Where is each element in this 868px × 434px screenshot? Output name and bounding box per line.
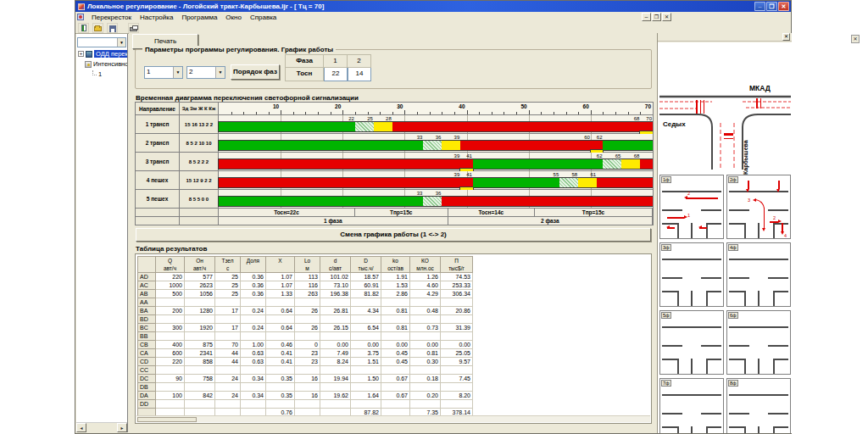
segment-red xyxy=(640,159,653,169)
cell: 0.73 xyxy=(410,324,441,332)
road-line xyxy=(729,426,744,428)
tree-item-odd[interactable]: ОДД перекрес xyxy=(78,49,128,58)
scroll-left-icon[interactable] xyxy=(76,423,86,432)
mdi-minimize-icon[interactable] xyxy=(642,13,651,21)
pane-close-icon[interactable] xyxy=(782,33,790,41)
road-line xyxy=(744,426,746,433)
row-label[interactable]: BC xyxy=(137,324,156,332)
cell: 20.86 xyxy=(441,307,473,315)
arrowhead-icon xyxy=(776,189,780,194)
program-combo-1[interactable]: 1 xyxy=(144,66,183,79)
print-tool-button[interactable] xyxy=(128,23,139,33)
new-button[interactable] xyxy=(78,23,89,33)
cell xyxy=(156,315,185,324)
menu-spravka[interactable]: Справка xyxy=(246,14,281,21)
cell: 26 xyxy=(295,307,320,315)
time-marker: 33 xyxy=(417,190,424,197)
menu-okno[interactable]: Окно xyxy=(221,14,246,21)
row-label[interactable]: DA xyxy=(137,392,156,400)
column-header: X xyxy=(266,256,295,273)
column-header: koост/ав xyxy=(381,256,410,273)
row-label[interactable]: DB xyxy=(137,383,156,392)
open-button[interactable] xyxy=(92,23,103,33)
cell: 0.24 xyxy=(241,307,266,315)
row-label[interactable]: CC xyxy=(137,366,156,375)
phase-order-button[interactable]: Порядок фаз xyxy=(231,64,280,80)
row-label[interactable]: DD xyxy=(137,400,156,409)
segment-red xyxy=(442,197,653,206)
menu-nastroyka[interactable]: Настройка xyxy=(136,14,177,21)
chevron-down-icon[interactable] xyxy=(173,67,182,78)
save-icon xyxy=(109,25,116,32)
table-hscrollbar[interactable] xyxy=(136,415,650,422)
row-label[interactable]: CA xyxy=(137,349,156,358)
row-label[interactable]: AD xyxy=(137,273,156,281)
mdi-restore-icon[interactable] xyxy=(652,13,661,21)
cell: 17 xyxy=(215,307,241,315)
scrollbar-thumb[interactable] xyxy=(137,417,197,422)
table-row: DB xyxy=(137,383,473,392)
row-label[interactable]: AA xyxy=(137,298,156,307)
row-label[interactable]: CB xyxy=(137,341,156,349)
cell xyxy=(266,298,295,307)
expand-icon[interactable] xyxy=(78,51,84,57)
phase-1-header: 1 xyxy=(324,54,348,68)
titlebar[interactable]: Локальное регулирование - Логойский трак… xyxy=(75,1,791,12)
cell xyxy=(381,332,410,341)
row-label[interactable]: DC xyxy=(137,375,156,383)
row-label[interactable]: AC xyxy=(137,281,156,290)
road-line xyxy=(729,291,744,292)
menu-perekrestok[interactable]: Перекресток xyxy=(87,14,136,21)
direction-label: 2 трансп xyxy=(136,134,180,152)
ruler-label: 20 xyxy=(335,103,342,109)
sidebar-hscrollbar[interactable] xyxy=(76,422,127,432)
cell: 7.49 xyxy=(320,349,351,358)
arrowhead-icon xyxy=(781,231,784,236)
tree-item-intensity[interactable]: Интенсивност xyxy=(85,59,128,69)
time-marker: 68 xyxy=(634,153,641,159)
mdi-close-icon[interactable] xyxy=(662,13,671,21)
ruler-tick xyxy=(342,110,343,114)
interval-scale: Тосн=22сТпр=15сТосн=14сТпр=15с xyxy=(219,209,653,216)
time-marker: 65 xyxy=(615,153,622,159)
tosn-phase-1-field[interactable]: 22 xyxy=(324,68,348,81)
tosn-phase-2-field[interactable]: 14 xyxy=(348,68,371,81)
timing-diagram: Направление Зд Зм Ж К Кж 10203040506070 … xyxy=(135,102,654,225)
interval-label: Тпр=15с xyxy=(355,209,448,216)
save-button[interactable] xyxy=(107,23,118,33)
road-line xyxy=(701,277,721,279)
close-button[interactable] xyxy=(778,2,789,11)
floating-close-icon[interactable] xyxy=(851,35,860,43)
row-label[interactable]: BA xyxy=(137,307,156,315)
road-line xyxy=(758,426,760,433)
row-label[interactable]: BD xyxy=(137,315,156,324)
tree-item-1[interactable]: 1 xyxy=(90,70,102,79)
mdi-controls xyxy=(642,13,671,21)
program-combo-2[interactable]: 2 xyxy=(186,66,225,79)
phase-duration-table: Фаза 1 2 Тосн 22 14 xyxy=(285,54,371,81)
road-line xyxy=(662,191,721,192)
row-label[interactable]: CD xyxy=(137,358,156,366)
road-line xyxy=(706,291,721,292)
minimize-button[interactable] xyxy=(754,2,765,11)
maximize-button[interactable] xyxy=(766,2,777,11)
cell: 1.64 xyxy=(351,392,381,400)
switch-schedule-button[interactable]: Смена графика работы (1 <-> 2) xyxy=(136,228,651,242)
cell: 0.34 xyxy=(241,375,266,383)
table-row: AC10002623250.361.0711673.1060.911.534.6… xyxy=(137,281,473,290)
sidebar-combo[interactable] xyxy=(77,37,126,47)
cell: 90 xyxy=(156,375,185,383)
row-label[interactable]: AB xyxy=(137,290,156,298)
chevron-down-icon[interactable] xyxy=(117,38,125,47)
cell: 600 xyxy=(156,349,185,358)
interval-label: Тосн=22с xyxy=(219,209,355,216)
row-label[interactable]: BB xyxy=(137,332,156,341)
road-line xyxy=(768,277,788,279)
cell: 577 xyxy=(185,273,215,281)
chevron-down-icon[interactable] xyxy=(215,67,225,78)
scroll-right-icon[interactable] xyxy=(117,423,127,432)
cell: 0.45 xyxy=(381,349,410,358)
ruler-tick xyxy=(281,110,281,114)
ruler-tick xyxy=(554,112,554,114)
menu-programma[interactable]: Программа xyxy=(177,14,221,21)
